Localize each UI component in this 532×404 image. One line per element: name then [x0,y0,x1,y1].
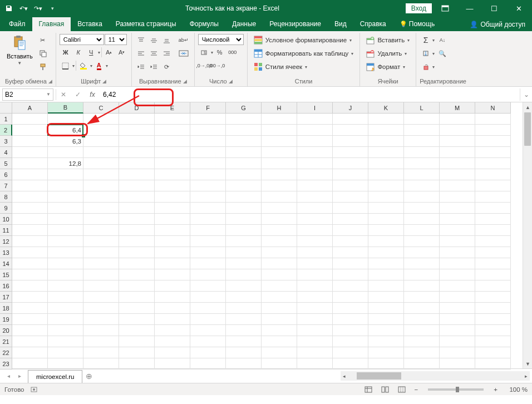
cell[interactable] [190,258,226,269]
cell[interactable] [226,336,262,347]
cell[interactable] [333,214,368,225]
cell[interactable] [368,114,404,125]
cell[interactable] [475,136,511,147]
merge-icon[interactable] [176,47,191,60]
column-header[interactable]: H [262,102,297,114]
cell[interactable] [368,136,404,147]
column-header[interactable]: L [404,102,440,114]
cell[interactable] [368,314,404,325]
cell[interactable] [440,158,475,169]
align-left-icon[interactable] [135,47,147,60]
row-header[interactable]: 16 [0,280,12,292]
cell[interactable] [12,147,48,158]
ribbon-options-icon[interactable] [434,1,456,16]
cell[interactable] [333,169,368,180]
cell[interactable] [83,280,119,292]
undo-icon[interactable]: ↶▾ [17,2,30,15]
cell[interactable] [262,347,297,358]
cell[interactable]: 12,8 [48,158,83,169]
cell[interactable] [83,358,119,369]
cut-icon[interactable]: ✂ [37,34,49,46]
cell[interactable] [190,303,226,314]
fill-icon[interactable] [420,47,432,60]
cell[interactable] [226,247,262,258]
row-header[interactable]: 14 [0,258,12,269]
row-header[interactable]: 13 [0,247,12,258]
cell[interactable] [119,292,155,303]
cell[interactable] [297,203,333,214]
cell[interactable] [48,191,83,203]
cell[interactable] [475,269,511,280]
fx-icon[interactable]: fx [85,88,100,101]
save-icon[interactable] [2,2,16,15]
cell[interactable] [297,336,333,347]
cell[interactable] [440,325,475,336]
cell[interactable] [226,169,262,180]
sheet-nav-last-icon[interactable]: ▸ [14,371,24,381]
share-button[interactable]: 👤Общий доступ [463,18,532,31]
cell[interactable] [119,169,155,180]
cell[interactable] [12,303,48,314]
paste-button[interactable]: Вставить ▼ [5,34,35,73]
cell[interactable] [262,336,297,347]
cell-styles-button[interactable]: Стили ячеек▾ [251,61,357,73]
column-header[interactable]: I [297,102,333,114]
cell[interactable] [404,147,440,158]
cell[interactable] [119,347,155,358]
cell[interactable] [226,136,262,147]
cell[interactable] [475,147,511,158]
add-sheet-icon[interactable]: ⊕ [82,372,96,381]
cell[interactable] [83,114,119,125]
row-header[interactable]: 20 [0,325,12,336]
cell[interactable] [475,203,511,214]
cell[interactable] [333,114,368,125]
macro-record-icon[interactable] [30,386,38,393]
cell[interactable] [404,258,440,269]
cell[interactable] [440,269,475,280]
row-header[interactable]: 3 [0,136,12,147]
cell[interactable] [12,191,48,203]
cell[interactable] [190,236,226,247]
tab-главная[interactable]: Главная [32,17,71,31]
cell[interactable] [190,314,226,325]
cell[interactable] [12,336,48,347]
cell[interactable] [368,247,404,258]
cell[interactable] [155,169,190,180]
cell[interactable] [440,280,475,292]
enter-formula-icon[interactable]: ✓ [71,88,85,101]
cell[interactable] [155,280,190,292]
cell[interactable] [333,225,368,236]
dialog-launcher-icon[interactable]: ◢ [183,78,187,84]
cell[interactable] [48,292,83,303]
cell[interactable] [368,347,404,358]
cell[interactable] [155,269,190,280]
cell[interactable] [297,114,333,125]
cell[interactable] [440,147,475,158]
cell[interactable] [190,203,226,214]
column-header[interactable]: A [12,102,48,114]
cell[interactable] [368,169,404,180]
tab-вставка[interactable]: Вставка [71,17,109,31]
cell[interactable] [48,280,83,292]
cell[interactable] [262,180,297,191]
cell[interactable] [48,358,83,369]
cell[interactable] [119,236,155,247]
cell[interactable] [440,258,475,269]
cell[interactable] [368,280,404,292]
cell[interactable] [48,236,83,247]
cell[interactable] [12,136,48,147]
cell[interactable] [262,114,297,125]
dialog-launcher-icon[interactable]: ◢ [229,78,233,84]
cell[interactable] [297,258,333,269]
cell[interactable] [119,203,155,214]
cell[interactable] [155,136,190,147]
cell[interactable] [333,258,368,269]
cell[interactable] [262,158,297,169]
autosum-icon[interactable]: Σ [420,34,432,46]
cell[interactable] [404,180,440,191]
cell[interactable] [119,225,155,236]
cell[interactable] [83,125,119,136]
cell[interactable] [119,303,155,314]
cell[interactable] [226,236,262,247]
decrease-decimal-icon[interactable]: ,00→,0 [211,60,223,72]
